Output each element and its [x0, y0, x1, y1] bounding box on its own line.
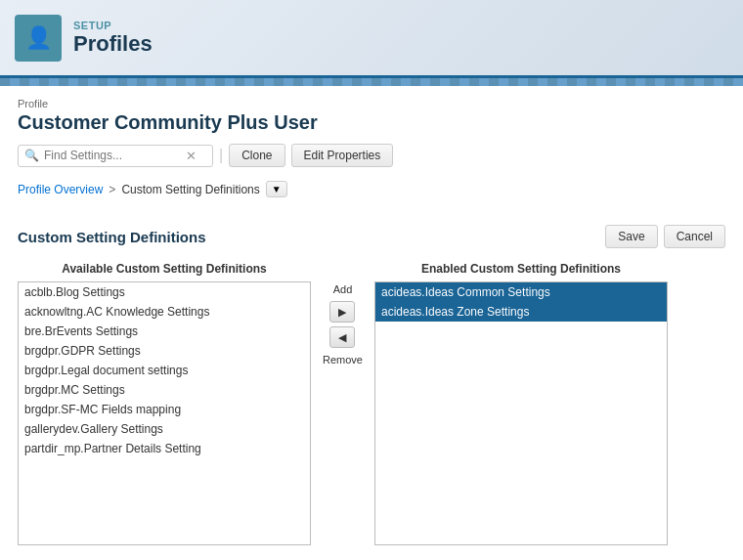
profile-label: Profile [18, 98, 725, 109]
page-title: Profiles [73, 31, 153, 57]
list-item[interactable]: brgdpr.Legal document settings [19, 361, 310, 380]
page-header: 👤 SETUP Profiles [0, 0, 743, 78]
clone-button[interactable]: Clone [229, 144, 284, 167]
remove-button[interactable]: ◀ [329, 326, 355, 348]
toolbar-divider: | [219, 147, 223, 164]
enabled-list-label: Enabled Custom Setting Definitions [421, 262, 621, 276]
breadcrumb-overview-link[interactable]: Profile Overview [18, 183, 103, 196]
search-icon: 🔍 [24, 149, 39, 162]
search-clear-icon[interactable]: ✕ [186, 149, 197, 163]
save-button[interactable]: Save [605, 225, 657, 248]
breadcrumb: Profile Overview > Custom Setting Defini… [18, 181, 725, 197]
list-item[interactable]: acideas.Ideas Zone Settings [375, 302, 667, 322]
available-list-label: Available Custom Setting Definitions [62, 262, 267, 276]
list-item[interactable]: gallerydev.Gallery Settings [19, 419, 310, 439]
add-label: Add [333, 283, 353, 295]
remove-label: Remove [323, 354, 363, 366]
search-box[interactable]: 🔍 ✕ [18, 145, 213, 167]
section-header: Custom Setting Definitions Save Cancel [18, 225, 725, 248]
main-content: Profile Customer Community Plus User 🔍 ✕… [0, 86, 743, 225]
content-area: Custom Setting Definitions Save Cancel A… [0, 225, 743, 560]
list-item[interactable]: bre.BrEvents Settings [19, 322, 310, 341]
list-item[interactable]: brgdpr.SF-MC Fields mapping [19, 400, 310, 419]
edit-properties-button[interactable]: Edit Properties [291, 144, 394, 167]
toolbar: 🔍 ✕ | Clone Edit Properties [18, 144, 725, 167]
search-input[interactable] [44, 149, 181, 162]
setup-label: SETUP [73, 20, 153, 31]
breadcrumb-dropdown-button[interactable]: ▼ [266, 181, 287, 197]
deco-bar [0, 78, 743, 86]
profile-name: Customer Community Plus User [18, 111, 725, 134]
cancel-button[interactable]: Cancel [664, 225, 725, 248]
middle-controls: Add ▶ ◀ Remove [311, 283, 374, 366]
list-item[interactable]: acblb.Blog Settings [19, 282, 310, 302]
add-button[interactable]: ▶ [329, 301, 355, 323]
available-list-box[interactable]: acblb.Blog Settingsacknowltng.AC Knowled… [18, 281, 311, 545]
list-item[interactable]: brgdpr.MC Settings [19, 380, 310, 400]
list-item[interactable]: brgdpr.GDPR Settings [19, 341, 310, 361]
breadcrumb-separator: > [109, 183, 115, 196]
list-item[interactable]: partdir_mp.Partner Details Setting [19, 439, 310, 458]
list-item[interactable]: acknowltng.AC Knowledge Settings [19, 302, 310, 322]
breadcrumb-current: Custom Setting Definitions [121, 183, 259, 196]
enabled-list-column: Enabled Custom Setting Definitions acide… [374, 262, 668, 545]
section-title: Custom Setting Definitions [18, 229, 206, 245]
lists-container: Available Custom Setting Definitions acb… [18, 262, 725, 545]
section-actions: Save Cancel [605, 225, 725, 248]
available-list-column: Available Custom Setting Definitions acb… [18, 262, 311, 545]
enabled-list-box[interactable]: acideas.Ideas Common Settingsacideas.Ide… [374, 281, 668, 545]
profile-icon: 👤 [15, 15, 62, 62]
header-text: SETUP Profiles [73, 20, 153, 57]
list-item[interactable]: acideas.Ideas Common Settings [375, 282, 667, 302]
